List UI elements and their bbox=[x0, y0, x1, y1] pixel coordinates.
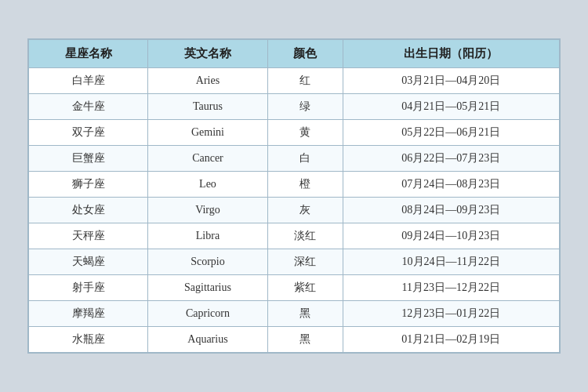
table-header-row: 星座名称英文名称颜色出生日期（阳历） bbox=[29, 40, 560, 68]
table-cell: 01月21日—02月19日 bbox=[343, 327, 559, 353]
table-row: 射手座Sagittarius紫红11月23日—12月22日 bbox=[29, 275, 560, 301]
table-cell: 天蝎座 bbox=[29, 249, 148, 275]
table-cell: 紫红 bbox=[267, 275, 343, 301]
table-row: 处女座Virgo灰08月24日—09月23日 bbox=[29, 198, 560, 223]
table-header-cell: 颜色 bbox=[267, 40, 343, 68]
table-cell: Capricorn bbox=[148, 301, 267, 327]
table-cell: Aquarius bbox=[148, 327, 267, 353]
table-row: 双子座Gemini黄05月22日—06月21日 bbox=[29, 120, 560, 146]
table-cell: 10月24日—11月22日 bbox=[343, 249, 559, 275]
table-cell: 05月22日—06月21日 bbox=[343, 120, 559, 146]
table-cell: 黑 bbox=[267, 301, 343, 327]
table-cell: 射手座 bbox=[29, 275, 148, 301]
table-cell: Libra bbox=[148, 223, 267, 249]
table-row: 水瓶座Aquarius黑01月21日—02月19日 bbox=[29, 327, 560, 353]
table-cell: Taurus bbox=[148, 94, 267, 120]
table-cell: 水瓶座 bbox=[29, 327, 148, 353]
table-cell: 处女座 bbox=[29, 198, 148, 223]
table-cell: 12月23日—01月22日 bbox=[343, 301, 559, 327]
table-cell: 03月21日—04月20日 bbox=[343, 68, 559, 94]
table-header-cell: 出生日期（阳历） bbox=[343, 40, 559, 68]
table-cell: 淡红 bbox=[267, 223, 343, 249]
table-cell: Virgo bbox=[148, 198, 267, 223]
table-cell: Scorpio bbox=[148, 249, 267, 275]
table-cell: 摩羯座 bbox=[29, 301, 148, 327]
table-header-cell: 英文名称 bbox=[148, 40, 267, 68]
table-cell: 08月24日—09月23日 bbox=[343, 198, 559, 223]
table-cell: Gemini bbox=[148, 120, 267, 146]
table-cell: 金牛座 bbox=[29, 94, 148, 120]
table-cell: Leo bbox=[148, 172, 267, 198]
table-cell: 白 bbox=[267, 146, 343, 172]
zodiac-table-container: 星座名称英文名称颜色出生日期（阳历） 白羊座Aries红03月21日—04月20… bbox=[27, 38, 561, 354]
table-cell: 黄 bbox=[267, 120, 343, 146]
table-header-cell: 星座名称 bbox=[29, 40, 148, 68]
table-cell: 红 bbox=[267, 68, 343, 94]
table-row: 白羊座Aries红03月21日—04月20日 bbox=[29, 68, 560, 94]
table-body: 白羊座Aries红03月21日—04月20日金牛座Taurus绿04月21日—0… bbox=[29, 68, 560, 353]
table-cell: 09月24日—10月23日 bbox=[343, 223, 559, 249]
table-row: 摩羯座Capricorn黑12月23日—01月22日 bbox=[29, 301, 560, 327]
table-row: 天蝎座Scorpio深红10月24日—11月22日 bbox=[29, 249, 560, 275]
table-row: 天秤座Libra淡红09月24日—10月23日 bbox=[29, 223, 560, 249]
table-cell: Aries bbox=[148, 68, 267, 94]
table-cell: 07月24日—08月23日 bbox=[343, 172, 559, 198]
table-cell: 黑 bbox=[267, 327, 343, 353]
table-cell: 巨蟹座 bbox=[29, 146, 148, 172]
table-cell: 天秤座 bbox=[29, 223, 148, 249]
table-cell: 双子座 bbox=[29, 120, 148, 146]
table-cell: 绿 bbox=[267, 94, 343, 120]
table-row: 狮子座Leo橙07月24日—08月23日 bbox=[29, 172, 560, 198]
table-cell: 白羊座 bbox=[29, 68, 148, 94]
table-row: 巨蟹座Cancer白06月22日—07月23日 bbox=[29, 146, 560, 172]
table-cell: 06月22日—07月23日 bbox=[343, 146, 559, 172]
table-cell: Cancer bbox=[148, 146, 267, 172]
table-cell: 04月21日—05月21日 bbox=[343, 94, 559, 120]
table-cell: 橙 bbox=[267, 172, 343, 198]
table-cell: Sagittarius bbox=[148, 275, 267, 301]
zodiac-table: 星座名称英文名称颜色出生日期（阳历） 白羊座Aries红03月21日—04月20… bbox=[28, 39, 560, 353]
table-cell: 深红 bbox=[267, 249, 343, 275]
table-cell: 灰 bbox=[267, 198, 343, 223]
table-cell: 狮子座 bbox=[29, 172, 148, 198]
table-cell: 11月23日—12月22日 bbox=[343, 275, 559, 301]
table-row: 金牛座Taurus绿04月21日—05月21日 bbox=[29, 94, 560, 120]
